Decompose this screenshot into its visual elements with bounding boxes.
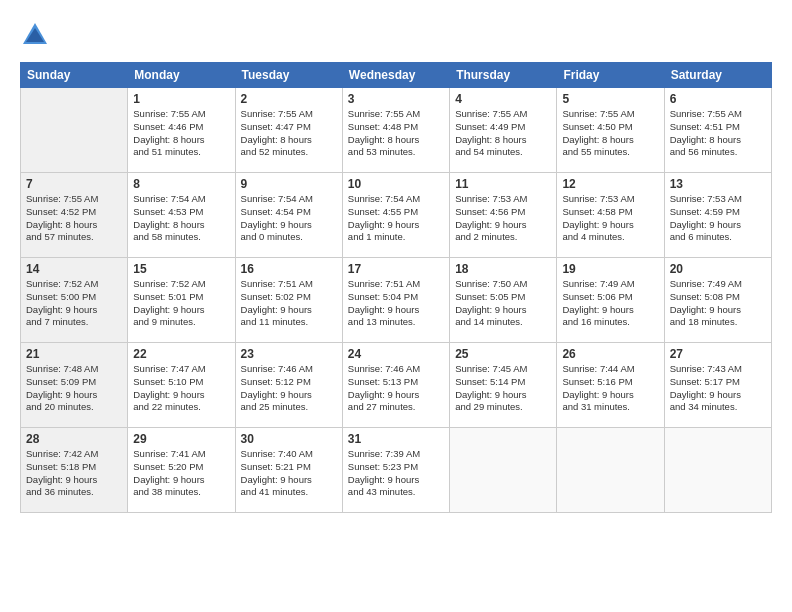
day-info: Sunrise: 7:53 AMSunset: 4:56 PMDaylight:…	[455, 193, 551, 244]
day-info: Sunrise: 7:47 AMSunset: 5:10 PMDaylight:…	[133, 363, 229, 414]
day-info: Sunrise: 7:55 AMSunset: 4:52 PMDaylight:…	[26, 193, 122, 244]
day-info: Sunrise: 7:48 AMSunset: 5:09 PMDaylight:…	[26, 363, 122, 414]
calendar-table: SundayMondayTuesdayWednesdayThursdayFrid…	[20, 62, 772, 513]
day-number: 6	[670, 92, 766, 106]
header	[20, 20, 772, 50]
day-number: 17	[348, 262, 444, 276]
calendar-cell: 17Sunrise: 7:51 AMSunset: 5:04 PMDayligh…	[342, 258, 449, 343]
day-number: 26	[562, 347, 658, 361]
calendar-cell: 30Sunrise: 7:40 AMSunset: 5:21 PMDayligh…	[235, 428, 342, 513]
day-number: 12	[562, 177, 658, 191]
day-info: Sunrise: 7:55 AMSunset: 4:46 PMDaylight:…	[133, 108, 229, 159]
day-number: 1	[133, 92, 229, 106]
day-number: 9	[241, 177, 337, 191]
calendar-cell	[450, 428, 557, 513]
logo	[20, 20, 54, 50]
day-info: Sunrise: 7:49 AMSunset: 5:06 PMDaylight:…	[562, 278, 658, 329]
day-number: 27	[670, 347, 766, 361]
calendar-cell: 5Sunrise: 7:55 AMSunset: 4:50 PMDaylight…	[557, 88, 664, 173]
calendar-cell: 1Sunrise: 7:55 AMSunset: 4:46 PMDaylight…	[128, 88, 235, 173]
weekday-header: Saturday	[664, 63, 771, 88]
calendar-cell: 18Sunrise: 7:50 AMSunset: 5:05 PMDayligh…	[450, 258, 557, 343]
day-number: 16	[241, 262, 337, 276]
day-info: Sunrise: 7:55 AMSunset: 4:48 PMDaylight:…	[348, 108, 444, 159]
calendar-cell: 26Sunrise: 7:44 AMSunset: 5:16 PMDayligh…	[557, 343, 664, 428]
day-number: 4	[455, 92, 551, 106]
day-number: 11	[455, 177, 551, 191]
calendar-cell: 28Sunrise: 7:42 AMSunset: 5:18 PMDayligh…	[21, 428, 128, 513]
calendar-cell: 29Sunrise: 7:41 AMSunset: 5:20 PMDayligh…	[128, 428, 235, 513]
calendar-cell: 19Sunrise: 7:49 AMSunset: 5:06 PMDayligh…	[557, 258, 664, 343]
calendar-cell: 14Sunrise: 7:52 AMSunset: 5:00 PMDayligh…	[21, 258, 128, 343]
day-info: Sunrise: 7:53 AMSunset: 4:59 PMDaylight:…	[670, 193, 766, 244]
calendar-week-row: 14Sunrise: 7:52 AMSunset: 5:00 PMDayligh…	[21, 258, 772, 343]
day-number: 23	[241, 347, 337, 361]
calendar-cell: 31Sunrise: 7:39 AMSunset: 5:23 PMDayligh…	[342, 428, 449, 513]
calendar-cell: 8Sunrise: 7:54 AMSunset: 4:53 PMDaylight…	[128, 173, 235, 258]
day-info: Sunrise: 7:40 AMSunset: 5:21 PMDaylight:…	[241, 448, 337, 499]
day-number: 31	[348, 432, 444, 446]
calendar-week-row: 28Sunrise: 7:42 AMSunset: 5:18 PMDayligh…	[21, 428, 772, 513]
day-number: 7	[26, 177, 122, 191]
day-info: Sunrise: 7:51 AMSunset: 5:02 PMDaylight:…	[241, 278, 337, 329]
calendar-cell: 9Sunrise: 7:54 AMSunset: 4:54 PMDaylight…	[235, 173, 342, 258]
calendar-cell: 6Sunrise: 7:55 AMSunset: 4:51 PMDaylight…	[664, 88, 771, 173]
calendar-cell	[21, 88, 128, 173]
day-info: Sunrise: 7:54 AMSunset: 4:53 PMDaylight:…	[133, 193, 229, 244]
weekday-header: Sunday	[21, 63, 128, 88]
calendar-cell: 11Sunrise: 7:53 AMSunset: 4:56 PMDayligh…	[450, 173, 557, 258]
day-info: Sunrise: 7:54 AMSunset: 4:55 PMDaylight:…	[348, 193, 444, 244]
day-info: Sunrise: 7:41 AMSunset: 5:20 PMDaylight:…	[133, 448, 229, 499]
day-info: Sunrise: 7:52 AMSunset: 5:01 PMDaylight:…	[133, 278, 229, 329]
calendar-cell: 22Sunrise: 7:47 AMSunset: 5:10 PMDayligh…	[128, 343, 235, 428]
day-info: Sunrise: 7:53 AMSunset: 4:58 PMDaylight:…	[562, 193, 658, 244]
day-number: 2	[241, 92, 337, 106]
calendar-week-row: 1Sunrise: 7:55 AMSunset: 4:46 PMDaylight…	[21, 88, 772, 173]
calendar-cell: 2Sunrise: 7:55 AMSunset: 4:47 PMDaylight…	[235, 88, 342, 173]
day-number: 13	[670, 177, 766, 191]
calendar-cell: 24Sunrise: 7:46 AMSunset: 5:13 PMDayligh…	[342, 343, 449, 428]
day-number: 19	[562, 262, 658, 276]
calendar-cell: 20Sunrise: 7:49 AMSunset: 5:08 PMDayligh…	[664, 258, 771, 343]
weekday-header: Monday	[128, 63, 235, 88]
day-number: 18	[455, 262, 551, 276]
calendar-cell	[557, 428, 664, 513]
calendar-cell: 25Sunrise: 7:45 AMSunset: 5:14 PMDayligh…	[450, 343, 557, 428]
day-number: 28	[26, 432, 122, 446]
calendar-cell: 15Sunrise: 7:52 AMSunset: 5:01 PMDayligh…	[128, 258, 235, 343]
calendar-cell: 27Sunrise: 7:43 AMSunset: 5:17 PMDayligh…	[664, 343, 771, 428]
calendar-cell: 12Sunrise: 7:53 AMSunset: 4:58 PMDayligh…	[557, 173, 664, 258]
day-info: Sunrise: 7:43 AMSunset: 5:17 PMDaylight:…	[670, 363, 766, 414]
calendar-cell: 3Sunrise: 7:55 AMSunset: 4:48 PMDaylight…	[342, 88, 449, 173]
day-info: Sunrise: 7:50 AMSunset: 5:05 PMDaylight:…	[455, 278, 551, 329]
day-info: Sunrise: 7:46 AMSunset: 5:13 PMDaylight:…	[348, 363, 444, 414]
day-info: Sunrise: 7:45 AMSunset: 5:14 PMDaylight:…	[455, 363, 551, 414]
day-info: Sunrise: 7:49 AMSunset: 5:08 PMDaylight:…	[670, 278, 766, 329]
day-info: Sunrise: 7:54 AMSunset: 4:54 PMDaylight:…	[241, 193, 337, 244]
day-info: Sunrise: 7:51 AMSunset: 5:04 PMDaylight:…	[348, 278, 444, 329]
day-info: Sunrise: 7:55 AMSunset: 4:50 PMDaylight:…	[562, 108, 658, 159]
day-number: 29	[133, 432, 229, 446]
day-info: Sunrise: 7:55 AMSunset: 4:47 PMDaylight:…	[241, 108, 337, 159]
day-number: 21	[26, 347, 122, 361]
day-info: Sunrise: 7:46 AMSunset: 5:12 PMDaylight:…	[241, 363, 337, 414]
weekday-header: Wednesday	[342, 63, 449, 88]
day-number: 14	[26, 262, 122, 276]
calendar-cell: 4Sunrise: 7:55 AMSunset: 4:49 PMDaylight…	[450, 88, 557, 173]
calendar-cell: 7Sunrise: 7:55 AMSunset: 4:52 PMDaylight…	[21, 173, 128, 258]
calendar-cell: 23Sunrise: 7:46 AMSunset: 5:12 PMDayligh…	[235, 343, 342, 428]
day-number: 22	[133, 347, 229, 361]
day-number: 3	[348, 92, 444, 106]
calendar-header-row: SundayMondayTuesdayWednesdayThursdayFrid…	[21, 63, 772, 88]
calendar-week-row: 21Sunrise: 7:48 AMSunset: 5:09 PMDayligh…	[21, 343, 772, 428]
day-number: 30	[241, 432, 337, 446]
page: SundayMondayTuesdayWednesdayThursdayFrid…	[0, 0, 792, 612]
calendar-week-row: 7Sunrise: 7:55 AMSunset: 4:52 PMDaylight…	[21, 173, 772, 258]
calendar-cell: 21Sunrise: 7:48 AMSunset: 5:09 PMDayligh…	[21, 343, 128, 428]
day-number: 15	[133, 262, 229, 276]
day-info: Sunrise: 7:52 AMSunset: 5:00 PMDaylight:…	[26, 278, 122, 329]
day-number: 24	[348, 347, 444, 361]
calendar-cell: 10Sunrise: 7:54 AMSunset: 4:55 PMDayligh…	[342, 173, 449, 258]
day-number: 10	[348, 177, 444, 191]
day-info: Sunrise: 7:55 AMSunset: 4:51 PMDaylight:…	[670, 108, 766, 159]
